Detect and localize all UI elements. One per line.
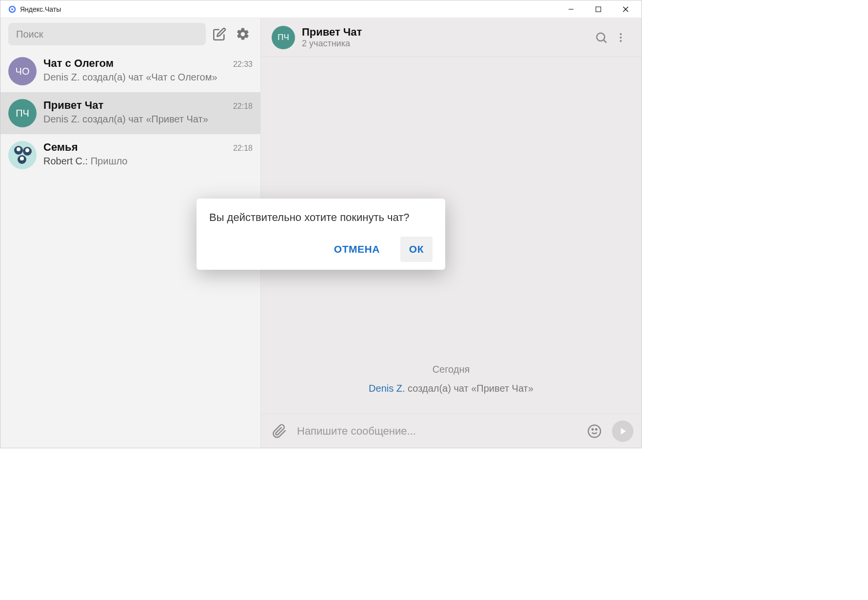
cancel-button[interactable]: ОТМЕНА xyxy=(325,237,389,262)
dialog-text: Вы действительно хотите покинуть чат? xyxy=(209,211,433,224)
settings-button[interactable] xyxy=(233,24,253,44)
system-message-text: создал(а) чат «Привет Чат» xyxy=(405,383,533,394)
search-input[interactable]: Поиск xyxy=(8,23,206,45)
window-maximize-button[interactable] xyxy=(585,0,612,18)
ok-button[interactable]: ОК xyxy=(400,237,433,262)
svg-point-18 xyxy=(592,429,593,430)
attach-button[interactable] xyxy=(269,420,290,442)
chat-header[interactable]: ПЧ Привет Чат 2 участника xyxy=(261,18,641,57)
chat-subtitle: Denis Z. создал(а) чат «Привет Чат» xyxy=(43,114,253,125)
system-message-author: Denis Z. xyxy=(369,383,405,394)
avatar: ПЧ xyxy=(272,26,295,49)
chat-menu-button[interactable] xyxy=(611,28,631,47)
chat-list-item[interactable]: ЧО Чат с Олегом 22:33 Denis Z. создал(а)… xyxy=(0,50,260,92)
chat-list-item[interactable]: Семья 22:18 Robert C.: Пришло xyxy=(0,134,260,176)
chat-list-item[interactable]: ПЧ Привет Чат 22:18 Denis Z. создал(а) ч… xyxy=(0,92,260,134)
chat-header-subtitle: 2 участника xyxy=(302,39,592,49)
svg-point-15 xyxy=(620,37,622,39)
message-input[interactable]: Напишите сообщение... xyxy=(297,425,577,438)
svg-point-12 xyxy=(597,33,605,40)
window-close-button[interactable] xyxy=(612,0,639,18)
chat-subtitle: Denis Z. создал(а) чат «Чат с Олегом» xyxy=(43,72,253,83)
window-minimize-button[interactable] xyxy=(557,0,585,18)
chat-title: Привет Чат xyxy=(43,99,103,112)
compose-button[interactable] xyxy=(210,24,229,44)
chat-title: Чат с Олегом xyxy=(43,57,114,70)
system-message: Denis Z. создал(а) чат «Привет Чат» xyxy=(261,383,641,394)
send-button[interactable] xyxy=(612,420,633,442)
svg-rect-3 xyxy=(596,7,601,12)
chat-time: 22:33 xyxy=(233,60,253,69)
titlebar: Яндекс.Чаты xyxy=(0,0,641,18)
chat-header-title: Привет Чат xyxy=(302,26,592,39)
svg-point-17 xyxy=(589,425,601,437)
search-placeholder: Поиск xyxy=(16,29,43,40)
search-in-chat-button[interactable] xyxy=(592,28,611,47)
chat-time: 22:18 xyxy=(233,102,253,111)
chat-subtitle: Robert C.: Пришло xyxy=(43,156,253,167)
svg-point-14 xyxy=(620,33,622,35)
svg-point-16 xyxy=(620,40,622,42)
confirm-leave-dialog: Вы действительно хотите покинуть чат? ОТ… xyxy=(197,199,445,270)
date-separator: Сегодня xyxy=(261,364,641,375)
chat-sender: Robert C.: xyxy=(43,156,88,166)
avatar: ПЧ xyxy=(8,99,37,127)
app-icon xyxy=(8,5,16,13)
svg-line-13 xyxy=(604,40,606,42)
emoji-button[interactable] xyxy=(584,420,605,442)
composer: Напишите сообщение... xyxy=(261,414,641,448)
svg-point-9 xyxy=(25,148,29,152)
avatar: ЧО xyxy=(8,57,37,85)
svg-point-11 xyxy=(20,157,24,160)
svg-point-1 xyxy=(11,8,13,10)
family-avatar-icon xyxy=(8,141,37,169)
svg-point-19 xyxy=(596,429,597,430)
chat-message: Пришло xyxy=(91,156,128,166)
app-title: Яндекс.Чаты xyxy=(20,5,61,13)
chat-time: 22:18 xyxy=(233,144,253,153)
message-placeholder: Напишите сообщение... xyxy=(297,425,416,437)
svg-point-7 xyxy=(17,147,20,151)
chat-title: Семья xyxy=(43,141,78,154)
